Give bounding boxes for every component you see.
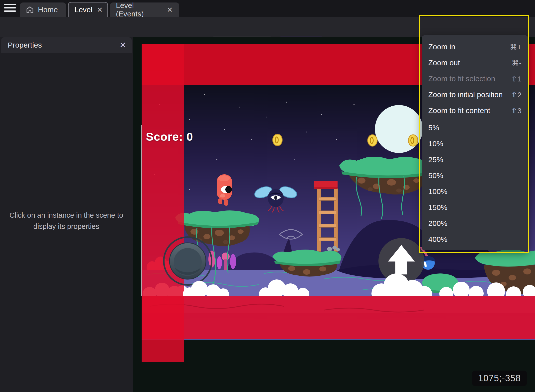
menu-item-zoom-50[interactable]: 50% [422, 168, 528, 184]
menu-item-label: 50% [428, 171, 443, 180]
menu-item-label: 10% [428, 139, 443, 148]
tab-strip: Home Level ✕ Level (Events) ✕ [0, 0, 535, 17]
properties-panel-title: Properties [8, 41, 42, 49]
tab-label: Level [75, 5, 92, 14]
tab-label: Home [38, 5, 58, 14]
menu-item-label: 5% [428, 124, 439, 132]
cursor-coordinates-badge: 1075;-358 [472, 371, 527, 386]
menu-item-zoom-to-fit-selection: Zoom to fit selection ⇧1 [422, 71, 528, 87]
properties-panel-header: Properties ✕ [1, 37, 132, 53]
menu-item-zoom-to-fit-content[interactable]: Zoom to fit content ⇧3 [422, 103, 528, 119]
menu-item-label: Zoom to fit content [428, 106, 490, 115]
camera-band-left [142, 44, 184, 362]
menu-item-label: 400% [428, 235, 447, 244]
menu-item-zoom-100[interactable]: 100% [422, 184, 528, 199]
menu-item-zoom-150[interactable]: 150% [422, 199, 528, 215]
menu-item-label: 25% [428, 155, 443, 164]
menu-item-label: 200% [428, 219, 447, 228]
zoom-dropdown-menu: Zoom in ⌘+ Zoom out ⌘- Zoom to fit selec… [422, 35, 528, 250]
menu-item-shortcut: ⇧3 [511, 106, 522, 115]
menu-item-label: 150% [428, 203, 447, 212]
tab-level-events[interactable]: Level (Events) ✕ [110, 2, 179, 17]
menu-item-zoom-10[interactable]: 10% [422, 136, 528, 152]
menu-item-shortcut: ⇧1 [511, 74, 522, 83]
menu-item-zoom-25[interactable]: 25% [422, 152, 528, 168]
menu-item-zoom-to-initial-position[interactable]: Zoom to initial position ⇧2 [422, 87, 528, 103]
menu-item-label: Zoom to initial position [428, 90, 503, 99]
menu-item-zoom-out[interactable]: Zoom out ⌘- [422, 55, 528, 71]
menu-item-shortcut: ⇧2 [511, 90, 522, 99]
gdevelop-window: Home Level ✕ Level (Events) ✕ Preview ▼ [0, 0, 535, 392]
close-tab-icon[interactable]: ✕ [96, 6, 103, 14]
menu-item-label: Zoom to fit selection [428, 74, 495, 83]
camera-band-bottom [142, 296, 535, 339]
properties-panel: Properties ✕ Click on an instance in the… [0, 37, 133, 392]
home-icon [26, 6, 34, 14]
coin[interactable] [368, 135, 377, 146]
toolbar: Preview ▼ Publish [0, 17, 535, 37]
score-text: Score: 0 [146, 130, 193, 143]
menu-item-zoom-400[interactable]: 400% [422, 231, 528, 247]
menu-item-label: 100% [428, 187, 447, 196]
menu-item-label: Zoom out [428, 59, 460, 67]
menu-item-zoom-5[interactable]: 5% [422, 120, 528, 136]
coin[interactable] [273, 134, 282, 146]
menu-item-zoom-200[interactable]: 200% [422, 215, 528, 231]
tab-level[interactable]: Level ✕ [68, 2, 108, 17]
tab-home[interactable]: Home [20, 2, 66, 17]
menu-divider [428, 119, 522, 119]
menu-item-shortcut: ⌘+ [510, 43, 522, 51]
close-panel-icon[interactable]: ✕ [119, 40, 126, 50]
menu-item-zoom-in[interactable]: Zoom in ⌘+ [422, 39, 528, 55]
coin[interactable] [408, 135, 418, 146]
menu-item-label: Zoom in [428, 43, 455, 51]
tab-label: Level (Events) [116, 1, 163, 18]
main-menu-button[interactable] [4, 4, 16, 13]
joystick-control[interactable] [164, 237, 212, 285]
menu-item-shortcut: ⌘- [512, 59, 522, 67]
properties-empty-message: Click on an instance in the scene to dis… [6, 210, 126, 232]
close-tab-icon[interactable]: ✕ [167, 6, 173, 14]
